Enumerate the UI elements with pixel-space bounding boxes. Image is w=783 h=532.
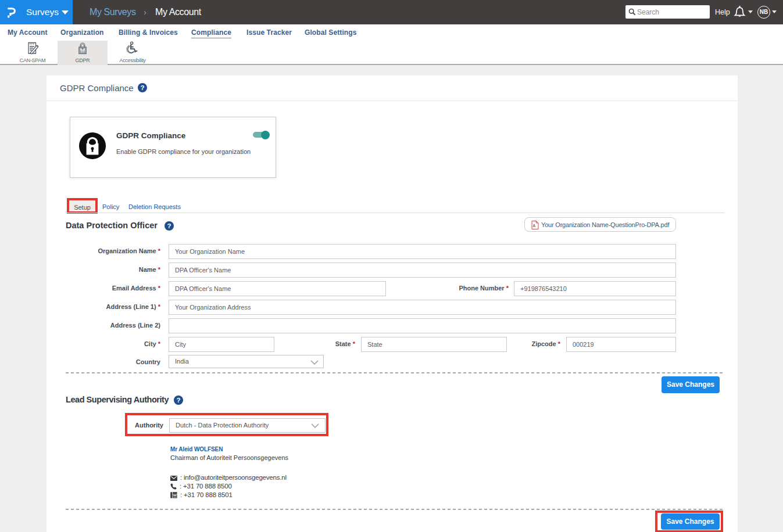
- svg-text:A: A: [532, 224, 535, 228]
